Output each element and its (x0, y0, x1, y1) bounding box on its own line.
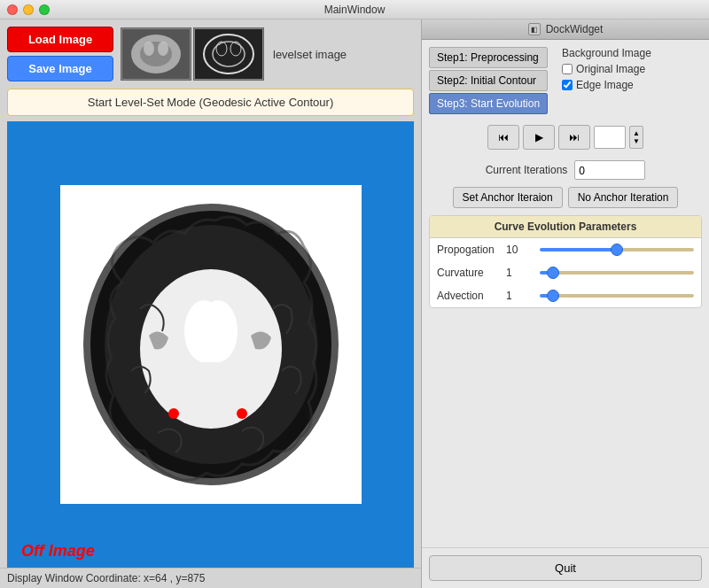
off-image-label: Off Image (21, 542, 95, 561)
rewind-button[interactable]: ⏮ (487, 125, 519, 150)
step-3[interactable]: Step3: Start Evolution (429, 93, 548, 114)
advection-slider[interactable] (540, 294, 694, 298)
advection-row: Advection 1 (430, 284, 701, 307)
dock-icon: ◧ (528, 23, 541, 35)
dock-content: Step1: Preprocessing Step2: Initial Cont… (422, 40, 709, 547)
quit-button[interactable]: Quit (429, 555, 702, 581)
original-image-checkbox[interactable] (562, 64, 573, 74)
thumbnail-area: levelset image (121, 27, 354, 81)
svg-rect-5 (195, 29, 262, 79)
main-container: Load Image Save Image (0, 19, 709, 588)
svg-point-4 (158, 42, 168, 56)
thumbnail-2 (193, 27, 264, 81)
current-iterations-value: 0 (574, 160, 645, 180)
quit-section: Quit (422, 547, 709, 588)
propogation-label: Propogation (437, 244, 499, 256)
original-image-checkbox-row[interactable]: Original Image (562, 63, 651, 75)
curve-params-header: Curve Evolution Parameters (430, 216, 701, 238)
toolbar-buttons: Load Image Save Image (7, 27, 113, 81)
curvature-row: Curvature 1 (430, 261, 701, 284)
curvature-value: 1 (506, 267, 533, 279)
forward-button[interactable]: ⏭ (558, 125, 590, 150)
set-anchor-button[interactable]: Set Anchor Iteraion (453, 187, 563, 208)
spin-control[interactable]: ▲ ▼ (629, 126, 643, 149)
svg-point-3 (144, 42, 154, 56)
left-panel: Load Image Save Image (0, 19, 421, 588)
background-image-title: Background Image (562, 47, 651, 59)
propogation-row: Propogation 10 (430, 238, 701, 261)
no-anchor-button[interactable]: No Anchor Iteration (568, 187, 679, 208)
steps-section: Step1: Preprocessing Step2: Initial Cont… (429, 47, 702, 114)
rewind-icon: ⏮ (498, 131, 509, 143)
spin-down-icon: ▼ (633, 137, 640, 145)
svg-point-18 (168, 408, 179, 419)
minimize-button[interactable] (23, 4, 34, 15)
dock-title: DockWidget (546, 23, 604, 35)
window-title: MainWindow (324, 4, 386, 16)
toolbar: Load Image Save Image (0, 19, 421, 89)
start-evolution-button[interactable]: Start Level-Set Mode (Geodesic Active Co… (7, 89, 414, 116)
iteration-input[interactable]: 1 (594, 126, 626, 149)
propogation-slider[interactable] (540, 248, 694, 251)
playback-section: ⏮ ▶ ⏭ 1 ▲ ▼ (429, 121, 702, 153)
curvature-label: Curvature (437, 267, 499, 279)
edge-image-label: Edge Image (576, 79, 634, 91)
play-icon: ▶ (535, 131, 543, 143)
brain-image (69, 194, 353, 495)
spin-up-icon: ▲ (633, 129, 640, 137)
close-button[interactable] (7, 4, 18, 15)
coord-bar: Display Window Coordinate: x=64 , y=875 (0, 568, 421, 588)
title-bar: MainWindow (0, 0, 709, 19)
background-image-section: Background Image Original Image Edge Ima… (555, 47, 651, 91)
steps-list: Step1: Preprocessing Step2: Initial Cont… (429, 47, 548, 114)
coord-text: Display Window Coordinate: x=64 , y=875 (7, 572, 205, 584)
right-panel: ◧ DockWidget Step1: Preprocessing Step2:… (421, 19, 709, 588)
window-controls (7, 4, 50, 15)
edge-image-checkbox[interactable] (562, 80, 573, 90)
play-button[interactable]: ▶ (523, 125, 555, 150)
original-image-label: Original Image (576, 63, 645, 75)
canvas-area: Off Image (7, 121, 414, 568)
save-image-button[interactable]: Save Image (7, 56, 113, 81)
brain-image-container (60, 185, 362, 504)
levelset-label: levelset image (266, 48, 354, 61)
advection-value: 1 (506, 290, 533, 302)
svg-point-19 (237, 408, 247, 419)
propogation-value: 10 (506, 244, 533, 256)
current-iterations-row: Current Iterations 0 (429, 160, 702, 180)
forward-icon: ⏭ (569, 131, 580, 143)
curvature-slider[interactable] (540, 271, 694, 275)
maximize-button[interactable] (39, 4, 50, 15)
step-1[interactable]: Step1: Preprocessing (429, 47, 548, 68)
advection-label: Advection (437, 290, 499, 302)
dock-title-bar: ◧ DockWidget (422, 19, 709, 40)
thumbnail-1-image (122, 29, 190, 79)
current-iterations-label: Current Iterations (486, 164, 568, 176)
svg-rect-17 (200, 336, 222, 362)
edge-image-checkbox-row[interactable]: Edge Image (562, 79, 651, 91)
anchor-section: Set Anchor Iteraion No Anchor Iteration (429, 187, 702, 208)
thumbnail-2-image (195, 29, 262, 79)
step-2[interactable]: Step2: Initial Contour (429, 70, 548, 91)
load-image-button[interactable]: Load Image (7, 27, 113, 52)
curve-params-section: Curve Evolution Parameters Propogation 1… (429, 215, 702, 308)
thumbnail-1 (121, 27, 191, 81)
